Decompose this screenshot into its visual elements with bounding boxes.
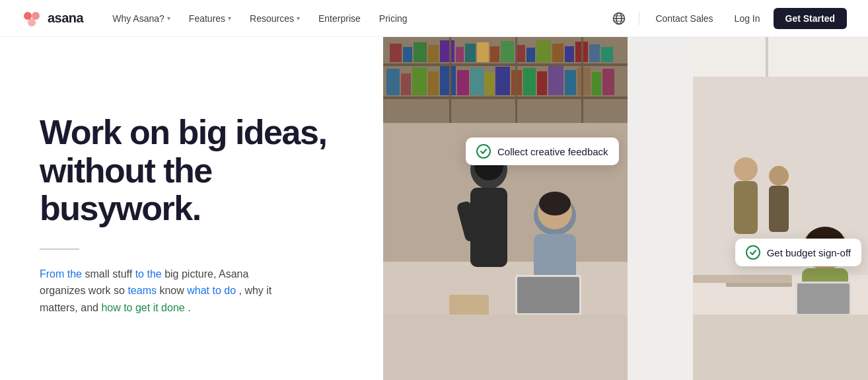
svg-rect-35 <box>457 70 469 95</box>
svg-rect-21 <box>501 41 514 62</box>
svg-rect-29 <box>601 47 613 62</box>
nav-right: Contact Sales Log In Get Started <box>607 7 847 30</box>
svg-point-2 <box>28 19 36 26</box>
svg-rect-18 <box>465 44 476 62</box>
nav-enterprise[interactable]: Enterprise <box>310 9 369 28</box>
svg-rect-40 <box>523 68 536 95</box>
badge-feedback-text: Collect creative feedback <box>497 146 608 157</box>
office-photo <box>383 37 628 380</box>
task-badge-budget: Get budget sign-off <box>735 239 861 266</box>
svg-rect-41 <box>537 71 547 95</box>
svg-rect-31 <box>401 73 411 95</box>
svg-rect-33 <box>428 71 439 95</box>
svg-rect-16 <box>440 40 454 62</box>
svg-rect-19 <box>477 42 489 62</box>
logo-icon <box>21 11 42 26</box>
check-icon-2 <box>746 245 760 260</box>
svg-rect-20 <box>490 46 499 62</box>
badge-budget-text: Get budget sign-off <box>767 247 851 258</box>
chevron-down-icon: ▾ <box>297 15 300 22</box>
svg-rect-36 <box>470 68 484 95</box>
nav-divider <box>639 12 639 25</box>
hero-description: From the small stuff to the big picture,… <box>40 266 291 317</box>
svg-rect-12 <box>390 44 402 62</box>
svg-rect-67 <box>693 37 868 77</box>
svg-rect-59 <box>517 277 579 313</box>
logo[interactable]: asana <box>21 11 83 26</box>
svg-point-57 <box>539 192 571 215</box>
svg-rect-37 <box>485 72 494 95</box>
svg-point-71 <box>734 157 758 181</box>
nav-why-asana[interactable]: Why Asana? ▾ <box>104 9 178 28</box>
nav-resources[interactable]: Resources ▾ <box>242 9 308 28</box>
svg-point-1 <box>32 12 40 20</box>
svg-rect-62 <box>383 315 628 380</box>
svg-rect-43 <box>565 70 576 95</box>
svg-rect-46 <box>602 69 614 95</box>
svg-rect-13 <box>403 47 412 62</box>
contact-sales-link[interactable]: Contact Sales <box>647 9 721 28</box>
globe-icon <box>612 12 626 25</box>
svg-rect-15 <box>428 45 439 62</box>
svg-rect-82 <box>797 284 850 314</box>
svg-rect-14 <box>414 42 427 62</box>
svg-rect-45 <box>592 72 601 95</box>
office-photo-2 <box>693 37 868 380</box>
svg-point-0 <box>24 12 32 20</box>
svg-rect-42 <box>548 66 563 95</box>
svg-rect-28 <box>589 44 600 62</box>
svg-rect-17 <box>456 47 464 62</box>
nav-pricing[interactable]: Pricing <box>371 9 416 28</box>
hero-images: Collect creative feedback Get budget sig… <box>383 37 868 380</box>
svg-rect-23 <box>526 48 535 62</box>
svg-rect-63 <box>449 37 451 123</box>
svg-rect-72 <box>734 181 758 234</box>
svg-rect-26 <box>565 46 574 62</box>
chevron-down-icon: ▾ <box>228 15 231 22</box>
svg-rect-30 <box>386 69 400 95</box>
main-nav: asana Why Asana? ▾ Features ▾ Resources … <box>0 0 868 37</box>
svg-rect-10 <box>383 63 628 66</box>
svg-rect-32 <box>412 67 427 95</box>
task-badge-feedback: Collect creative feedback <box>466 137 619 165</box>
svg-rect-74 <box>769 186 789 232</box>
check-icon <box>476 144 491 159</box>
svg-rect-24 <box>536 40 551 62</box>
get-started-button[interactable]: Get Started <box>774 8 847 29</box>
chevron-down-icon: ▾ <box>167 15 170 22</box>
hero-section: Work on big ideas, without the busywork.… <box>0 37 383 380</box>
svg-point-73 <box>769 166 789 186</box>
svg-rect-64 <box>515 37 517 123</box>
nav-links: Why Asana? ▾ Features ▾ Resources ▾ Ente… <box>104 9 607 28</box>
language-selector[interactable] <box>607 7 631 30</box>
svg-rect-38 <box>495 67 510 95</box>
main-content: Work on big ideas, without the busywork.… <box>0 37 868 380</box>
hero-title: Work on big ideas, without the busywork. <box>40 114 344 227</box>
svg-rect-25 <box>552 44 563 62</box>
divider <box>40 248 79 250</box>
login-link[interactable]: Log In <box>727 9 768 28</box>
svg-rect-11 <box>383 96 628 99</box>
svg-rect-65 <box>581 37 583 123</box>
logo-text: asana <box>48 11 83 26</box>
svg-rect-84 <box>693 275 792 283</box>
svg-rect-34 <box>440 66 456 95</box>
svg-rect-85 <box>693 315 868 380</box>
svg-rect-48 <box>383 262 628 315</box>
svg-rect-44 <box>577 67 591 95</box>
nav-features[interactable]: Features ▾ <box>181 9 239 28</box>
